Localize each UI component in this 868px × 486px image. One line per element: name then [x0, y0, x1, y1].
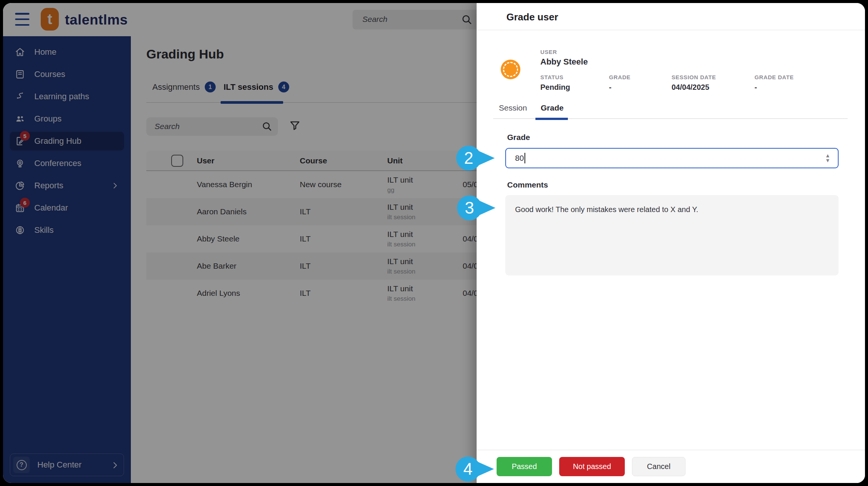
panel-tab-grade[interactable]: Grade [541, 103, 564, 112]
callout-step-2: 2 [456, 146, 481, 171]
panel-footer: Passed Not passed Cancel [477, 450, 865, 483]
modal-dim-overlay[interactable] [3, 3, 477, 483]
comments-field-label: Comments [507, 180, 548, 189]
callout-number: 2 [464, 149, 473, 168]
status-label: STATUS [540, 74, 563, 80]
session-date-label: SESSION DATE [672, 74, 716, 80]
grade-field-label: Grade [507, 133, 530, 142]
grade-input[interactable]: 80 ▲▼ [505, 148, 839, 168]
grade-date-value: - [755, 83, 757, 92]
active-tab-underline [535, 118, 568, 120]
panel-tab-session[interactable]: Session [499, 103, 527, 112]
grade-user-panel: Grade user USER Abby Steele STATUS Pendi… [477, 3, 865, 483]
grade-date-label: GRADE DATE [755, 74, 794, 80]
grade-input-value: 80 [515, 154, 524, 163]
panel-header: Grade user [477, 3, 865, 30]
callout-number: 3 [465, 198, 474, 217]
text-caret [524, 153, 525, 163]
grade-value: - [609, 83, 612, 92]
session-date-value: 04/04/2025 [672, 83, 709, 92]
number-stepper[interactable]: ▲▼ [825, 153, 830, 163]
callout-step-3: 3 [457, 195, 482, 220]
app-window: t talentlms Search Home Courses [3, 3, 865, 483]
status-value: Pending [540, 83, 570, 92]
panel-tabs: Session Grade [493, 98, 848, 119]
comments-textarea[interactable]: Good work! The only mistakes were relate… [505, 195, 839, 275]
panel-title: Grade user [506, 11, 558, 23]
grade-label: GRADE [609, 74, 630, 80]
user-name: Abby Steele [540, 57, 588, 67]
avatar [501, 60, 520, 79]
not-passed-button[interactable]: Not passed [559, 457, 625, 476]
cancel-button[interactable]: Cancel [632, 457, 686, 476]
passed-button[interactable]: Passed [497, 457, 552, 476]
callout-step-4: 4 [455, 457, 480, 481]
callout-number: 4 [463, 460, 472, 478]
user-label: USER [540, 49, 557, 55]
